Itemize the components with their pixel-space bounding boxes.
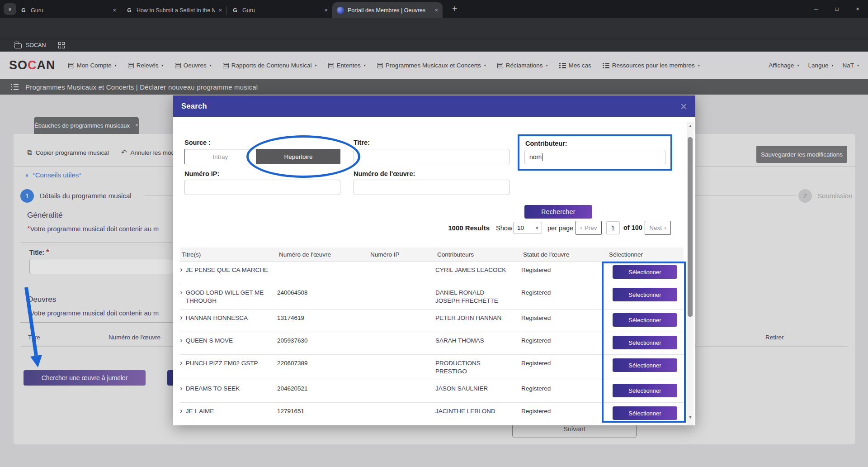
chevron-right-icon[interactable]: ›: [180, 289, 183, 305]
nav-item[interactable]: Rapports de Contenu Musical▾: [223, 62, 317, 69]
browser-tab[interactable]: GGuru×: [227, 2, 332, 18]
prev-label: Prev: [585, 224, 597, 231]
socan-logo[interactable]: SOCAN: [9, 58, 56, 72]
status-cell: Registered: [521, 336, 607, 350]
nav-item[interactable]: Langue▾: [808, 62, 833, 69]
bookmark-folder-label[interactable]: SOCAN: [26, 42, 46, 48]
nav-right-menu: Affichage▾Langue▾NaT▾: [769, 62, 859, 69]
work-title-cell[interactable]: ›DREAMS TO SEEK: [180, 384, 277, 398]
col-selectionner: Sélectionner: [607, 251, 684, 258]
nav-item[interactable]: Oeuvres▾: [175, 62, 212, 69]
server-icon: [497, 63, 503, 68]
next-page-button[interactable]: Next ›: [645, 221, 671, 235]
ip-number-cell: [368, 288, 435, 305]
helpful-tips-link[interactable]: ∨ *Conseils utiles*: [25, 171, 81, 179]
nav-item[interactable]: Mes cas: [559, 62, 591, 69]
page-number-input[interactable]: 1: [606, 221, 620, 234]
tab-ebauches-label: Ébauches de programmes musicaux: [34, 122, 130, 129]
work-number-cell: 205937630: [277, 336, 368, 350]
annotation-ellipse-repertoire: [246, 135, 360, 178]
chevron-right-icon: ›: [664, 224, 666, 231]
nav-item[interactable]: Affichage▾: [769, 62, 799, 69]
scroll-down-icon[interactable]: ▼: [688, 415, 693, 419]
tab-search-button[interactable]: ∨: [4, 3, 16, 15]
bookmark-folder-icon[interactable]: [14, 43, 22, 48]
nav-item[interactable]: NaT▾: [842, 62, 859, 69]
close-icon[interactable]: ×: [135, 122, 138, 129]
work-number-cell: 13174619: [277, 313, 368, 327]
window-close-button[interactable]: ×: [847, 0, 868, 18]
work-title-cell[interactable]: ›JE PENSE QUE CA MARCHE: [180, 265, 277, 279]
work-title: QUEEN S MOVE: [186, 337, 233, 350]
nav-menu: Mon Compte▾Relevés▾Oeuvres▾Rapports de C…: [68, 62, 700, 69]
minimize-button[interactable]: ─: [806, 0, 826, 18]
browser-tab-bar: ∨ GGuru×GHow to Submit a Setlist in the …: [0, 0, 868, 18]
col-contributeurs: Contributeurs: [435, 251, 521, 258]
chevron-right-icon[interactable]: ›: [180, 407, 183, 420]
per-page-select[interactable]: 10 ▾: [513, 222, 542, 234]
chevron-down-icon: ∨: [8, 6, 12, 12]
browser-tab[interactable]: GHow to Submit a Setlist in the M×: [121, 2, 226, 18]
work-title-cell[interactable]: ›GOOD LORD WILL GET ME THROUGH: [180, 288, 277, 305]
prev-page-button[interactable]: ‹ Prev: [576, 221, 602, 235]
ip-number-cell: [368, 336, 435, 350]
work-title: JE L AIME: [186, 407, 214, 420]
browser-tab[interactable]: GGuru×: [15, 2, 121, 18]
source-intray-button[interactable]: Intray: [184, 149, 256, 164]
work-title-cell[interactable]: ›JE L AIME: [180, 406, 277, 420]
new-tab-button[interactable]: +: [452, 4, 458, 14]
work-title-cell[interactable]: ›QUEEN S MOVE: [180, 336, 277, 350]
modal-scrollbar-thumb[interactable]: [688, 137, 693, 317]
chevron-right-icon[interactable]: ›: [180, 337, 183, 350]
work-title-cell[interactable]: ›PUNCH PIZZ FM02 GSTP: [180, 358, 277, 375]
tab-ebauches[interactable]: Ébauches de programmes musicaux ×: [34, 117, 139, 134]
list-icon: [559, 63, 566, 68]
rechercher-button[interactable]: Rechercher: [524, 205, 592, 219]
chevron-right-icon[interactable]: ›: [180, 385, 183, 398]
save-changes-button[interactable]: Sauvegarder les modifications: [756, 146, 847, 163]
ip-number-cell: [368, 358, 435, 375]
tab-close-icon[interactable]: ×: [324, 7, 328, 14]
nav-item[interactable]: Programmes Musicaux et Concerts▾: [377, 62, 486, 69]
scroll-up-icon[interactable]: ▲: [688, 124, 693, 128]
titre-label: Titre:: [354, 139, 370, 146]
chevron-down-icon: ▾: [536, 226, 538, 230]
status-cell: Registered: [521, 406, 607, 420]
tab-close-icon[interactable]: ×: [434, 7, 438, 14]
chevron-right-icon[interactable]: ›: [180, 314, 183, 327]
numero-oeuvre-input[interactable]: [354, 180, 509, 195]
chevron-right-icon[interactable]: ›: [180, 266, 183, 279]
nav-item[interactable]: Mon Compte▾: [68, 62, 117, 69]
chevron-down-icon: ▾: [857, 63, 859, 67]
modal-close-icon[interactable]: ×: [680, 100, 687, 112]
annotation-rect-select-column: [602, 262, 686, 423]
nav-item-label: Ententes: [337, 62, 361, 69]
col-numero-ip: Numéro IP: [368, 251, 435, 258]
nav-item-label: Mes cas: [569, 62, 591, 69]
browser-toolbar: ← → ↻ mempuat.socan.com/products/registe…: [0, 18, 868, 38]
nav-item-label: Rapports de Contenu Musical: [231, 62, 312, 69]
chevron-down-icon: ∨: [25, 172, 29, 178]
status-cell: Registered: [521, 384, 607, 398]
nav-item[interactable]: Relevés▾: [128, 62, 164, 69]
numero-ip-input[interactable]: [184, 180, 340, 195]
source-label: Source :: [184, 139, 211, 146]
ip-number-cell: [368, 406, 435, 420]
works-col-retirer: Retirer: [765, 334, 784, 341]
nav-item-label: Affichage: [769, 62, 794, 69]
nav-item[interactable]: Ressources pour les membres▾: [603, 62, 700, 69]
chevron-right-icon[interactable]: ›: [180, 359, 183, 375]
work-number-cell: 240064508: [277, 288, 368, 305]
titre-input[interactable]: [354, 149, 509, 164]
apps-grid-icon[interactable]: [58, 42, 65, 48]
tab-close-icon[interactable]: ×: [218, 7, 222, 14]
nav-item[interactable]: Réclamations▾: [497, 62, 548, 69]
browser-tab[interactable]: Portail des Membres | Oeuvres×: [332, 2, 443, 18]
maximize-button[interactable]: □: [826, 0, 847, 18]
work-title-cell[interactable]: ›HANNAN HONNESCA: [180, 313, 277, 327]
nav-item-label: Mon Compte: [77, 62, 112, 69]
generalite-heading: Généralité: [27, 211, 62, 220]
nav-item[interactable]: Ententes▾: [328, 62, 366, 69]
copy-program-button[interactable]: ⧉ Copier programme musical: [27, 148, 109, 157]
tab-close-icon[interactable]: ×: [113, 7, 116, 14]
